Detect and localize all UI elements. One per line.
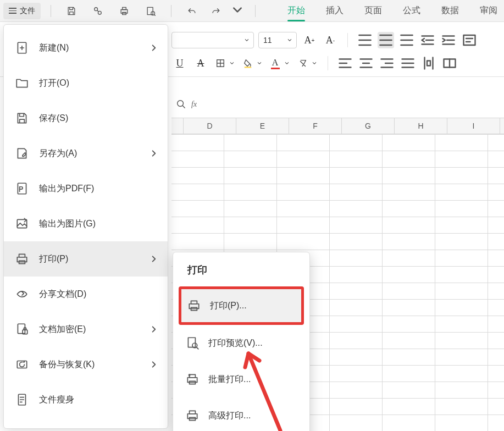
colcell-g[interactable]: G [342,118,395,134]
menu-export-image[interactable]: 输出为图片(G) [4,206,168,241]
menu-save[interactable]: 保存(S) [4,101,168,136]
colcell-d[interactable]: D [184,118,236,134]
submenu-label: 打印(P)... [210,300,247,312]
advanced-print-icon [185,408,200,423]
new-file-icon [15,41,29,55]
save-icon[interactable] [63,3,80,19]
font-dropdown[interactable] [171,32,254,48]
ribbon-tabs: 开始 插入 页面 公式 数据 审阅 [287,0,497,21]
menu-export-pdf[interactable]: 输出为PDF(F) [4,171,168,206]
submenu-preview[interactable]: 打印预览(V)... [173,325,309,361]
colcell-h[interactable]: H [395,118,447,134]
align-justify-icon[interactable] [400,55,416,71]
undo-icon[interactable] [184,3,200,19]
align-center-icon[interactable] [358,55,374,71]
submenu-print[interactable]: 打印(P)... [179,286,304,325]
chevron-right-icon [150,44,158,52]
printer-icon [15,252,29,266]
menu-label: 新建(N) [39,42,69,54]
separator [51,5,51,17]
tab-formula[interactable]: 公式 [403,0,420,21]
align-right-icon[interactable] [379,55,395,71]
chevron-right-icon [150,361,158,368]
menu-label: 文件瘦身 [39,394,74,406]
menu-fileslim[interactable]: 文件瘦身 [4,382,168,417]
redo-dropdown-icon[interactable] [232,4,243,17]
colcell-i[interactable]: I [447,118,500,134]
colcell-pad [171,118,184,134]
tab-review[interactable]: 审阅 [480,0,497,21]
file-menu-button[interactable]: 文件 [3,3,41,19]
chevron-right-icon [150,150,158,157]
menu-share[interactable]: 分享文档(D) [4,277,168,312]
separator [347,33,348,47]
print-submenu-title: 打印 [173,263,309,286]
save-as-icon [15,146,29,161]
fx-label: fx [191,100,197,109]
svg-rect-3 [123,7,126,9]
redo-icon[interactable] [208,3,224,19]
fileslim-icon [15,393,29,407]
menu-label: 文档加密(E) [39,324,86,335]
align-bottom-icon[interactable] [398,32,415,48]
link-icon[interactable] [90,3,106,19]
menu-label: 打开(O) [39,78,69,89]
chevron-right-icon [150,255,158,263]
menu-new[interactable]: 新建(N) [4,30,168,65]
svg-rect-23 [191,301,197,303]
font-color-icon[interactable]: A [268,55,291,71]
ribbon-row-top: 11 A+ A- [171,32,504,48]
image-export-icon [15,217,29,231]
indent-increase-icon[interactable] [440,32,457,48]
preview-icon [185,336,200,350]
batch-print-icon [185,372,200,386]
align-middle-icon[interactable] [378,32,394,48]
tab-insert[interactable]: 插入 [326,0,344,21]
menu-backup[interactable]: 备份与恢复(K) [4,347,168,382]
submenu-label: 批量打印... [208,374,251,385]
font-size-dropdown[interactable]: 11 [258,32,297,48]
titlebar: 文件 开始 插入 页面 [0,0,504,22]
align-left-icon[interactable] [337,55,353,71]
distribute-horizontal-icon[interactable] [420,55,437,71]
borders-icon[interactable] [213,55,236,71]
tab-start[interactable]: 开始 [287,0,305,21]
font-shrink-icon[interactable]: A- [322,32,339,48]
menu-print[interactable]: 打印(P) [4,241,168,277]
strikethrough-icon[interactable]: A [192,55,209,71]
separator [255,5,256,17]
menu-save-as[interactable]: 另存为(A) [4,136,168,171]
separator [328,56,328,70]
menu-label: 备份与恢复(K) [39,359,95,371]
ribbon-row-bottom: U A A [171,55,504,71]
search-icon[interactable] [176,99,186,110]
font-grow-icon[interactable]: A+ [301,32,318,48]
share-icon [15,287,29,301]
colcell-f[interactable]: F [289,118,342,134]
fill-color-icon[interactable] [241,55,264,71]
submenu-batch[interactable]: 批量打印... [173,361,309,397]
print-preview-icon[interactable] [142,3,159,19]
svg-rect-31 [190,411,196,413]
print-submenu: 打印 打印(P)... 打印预览(V)... 批量打印... 高级打印... [173,252,310,431]
indent-decrease-icon[interactable] [419,32,436,48]
svg-rect-9 [245,67,252,68]
merge-cells-icon[interactable] [441,55,458,71]
pdf-icon [15,181,29,196]
menu-open[interactable]: 打开(O) [4,65,168,101]
menu-label: 打印(P) [39,253,68,265]
print-icon[interactable] [116,3,132,19]
tab-data[interactable]: 数据 [441,0,459,21]
menu-encrypt[interactable]: 文档加密(E) [4,312,168,347]
tab-page[interactable]: 页面 [364,0,382,21]
wrap-text-icon[interactable] [461,32,478,48]
clear-format-icon[interactable] [296,55,319,71]
align-top-icon[interactable] [357,32,373,48]
submenu-advanced[interactable]: 高级打印... [173,397,309,431]
submenu-label: 高级打印... [208,410,251,422]
colcell-e[interactable]: E [236,118,289,134]
submenu-label: 打印预览(V)... [208,338,263,349]
undo-redo-group [184,3,243,19]
underline-icon[interactable]: U [171,55,188,71]
menu-label: 输出为PDF(F) [39,183,94,195]
